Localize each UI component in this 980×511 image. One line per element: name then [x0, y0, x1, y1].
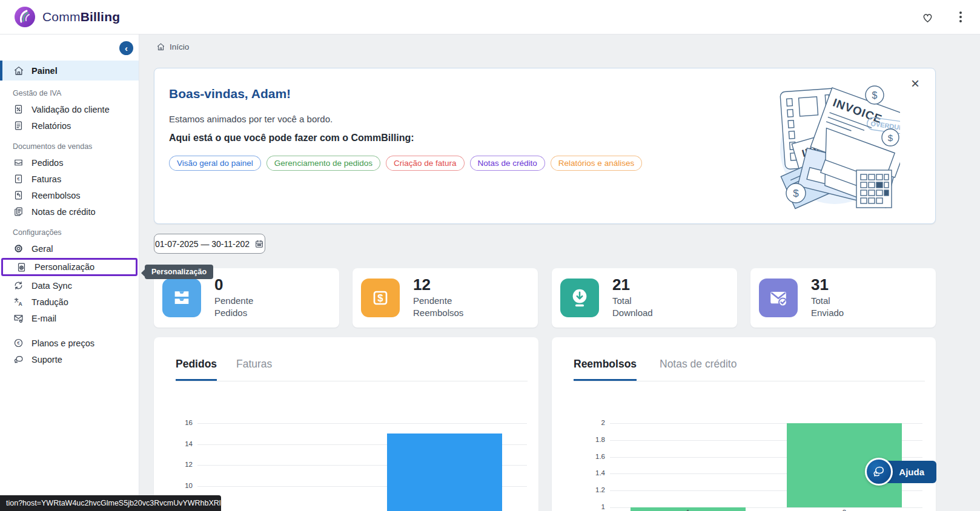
sidebar-item-reembolsos[interactable]: Reembolsos	[0, 187, 139, 203]
sidebar: ‹ Painel Gestão de IVA Validação do clie…	[0, 35, 139, 511]
tag-gerenciamento-pedidos[interactable]: Gerenciamento de pedidos	[267, 156, 380, 171]
tab-pedidos[interactable]: Pedidos	[176, 358, 217, 381]
dollar-icon: $	[361, 279, 400, 317]
sidebar-item-label: Tradução	[31, 297, 68, 307]
y-axis-tick: 1.4	[576, 469, 605, 476]
svg-text:$: $	[888, 133, 893, 143]
tag-visao-geral[interactable]: Visão geral do painel	[169, 156, 261, 171]
stat-label: PendentePedidos	[214, 295, 253, 320]
welcome-intro: Aqui está o que você pode fazer com o Co…	[169, 133, 414, 143]
y-axis-tick: 2	[576, 419, 605, 426]
date-range-picker[interactable]: 01-07-2025 — 30-11-202	[154, 234, 265, 254]
brand-logo-icon	[13, 5, 36, 28]
favorites-button[interactable]	[919, 9, 936, 25]
sync-icon	[13, 280, 24, 291]
sidebar-item-personalizacao[interactable]: Personalização	[3, 260, 136, 274]
y-axis-tick: 16	[164, 419, 193, 426]
stat-label: PendenteReembolsos	[413, 295, 463, 320]
archive-icon	[162, 279, 201, 317]
sidebar-item-label: Planos e preços	[31, 338, 94, 348]
sidebar-item-data-sync[interactable]: Data Sync	[0, 277, 139, 294]
feature-tags: Visão geral do painel Gerenciamento de p…	[169, 156, 642, 171]
sidebar-item-label: Suporte	[31, 355, 62, 364]
welcome-card: Boas-vindas, Adam! Estamos animados por …	[154, 68, 936, 224]
sidebar-section-documentos: Documentos de vendas	[0, 142, 139, 151]
sidebar-item-relatorios[interactable]: Relatórios	[0, 117, 139, 134]
y-axis-tick: 1.6	[576, 453, 605, 460]
stat-card-total-download: 21 TotalDownload	[552, 268, 737, 328]
sidebar-item-suporte[interactable]: Suporte	[0, 351, 139, 368]
kebab-icon	[959, 12, 962, 14]
tab-reembolsos[interactable]: Reembolsos	[574, 358, 637, 381]
heart-icon	[921, 12, 934, 23]
status-bar-url: tion?host=YWRtaW4uc2hvcGlmeS5jb20vc3Rvcm…	[0, 495, 221, 511]
sidebar-item-label: Pedidos	[31, 158, 63, 168]
calendar-icon	[254, 239, 264, 249]
x-axis-label: 1	[676, 509, 700, 511]
sidebar-item-geral[interactable]: Geral	[0, 240, 139, 257]
mail-check-icon	[759, 279, 798, 317]
sidebar-item-validacao-cliente[interactable]: Validação do cliente	[0, 101, 139, 117]
chevron-left-icon: ‹	[125, 43, 128, 53]
sidebar-item-traducao[interactable]: A Tradução	[0, 294, 139, 310]
sidebar-item-label: Notas de crédito	[31, 207, 96, 217]
sidebar-collapse-button[interactable]: ‹	[119, 41, 133, 55]
tab-notas-credito[interactable]: Notas de crédito	[660, 358, 737, 379]
refund-icon	[13, 190, 24, 201]
help-button[interactable]: Ajuda	[865, 458, 936, 486]
svg-text:€: €	[17, 340, 20, 346]
svg-text:$: $	[872, 90, 878, 101]
close-icon[interactable]: ×	[907, 76, 923, 91]
receipt-percent-icon	[13, 104, 24, 115]
stat-card-pendente-reembolsos: $ 12 PendenteReembolsos	[353, 268, 538, 328]
brand-logo[interactable]: CommBilling	[13, 5, 120, 28]
sidebar-item-label: E-mail	[31, 314, 56, 323]
sidebar-item-email[interactable]: E-mail	[0, 310, 139, 326]
x-axis-label: 2	[832, 509, 856, 511]
download-icon	[560, 279, 599, 317]
sidebar-section-configuracoes: Configurações	[0, 228, 139, 237]
chat-bubbles-icon	[865, 458, 893, 486]
stat-label: TotalEnviado	[811, 295, 844, 320]
chart-tabs: Reembolsos Notas de crédito	[574, 358, 925, 381]
sidebar-item-painel[interactable]: Painel	[0, 61, 139, 81]
sidebar-item-faturas[interactable]: € Faturas	[0, 171, 139, 187]
sidebar-item-label: Validação do cliente	[31, 105, 110, 114]
date-range-value: 01-07-2025 — 30-11-202	[155, 239, 250, 249]
sidebar-item-pedidos[interactable]: Pedidos	[0, 154, 139, 171]
bar	[387, 434, 502, 511]
home-icon	[13, 65, 24, 76]
sidebar-item-label: Data Sync	[31, 281, 72, 291]
tab-faturas[interactable]: Faturas	[236, 358, 272, 379]
tag-relatorios-analises[interactable]: Relatórios e análises	[551, 156, 642, 171]
stat-value: 0	[214, 277, 253, 293]
mail-gear-icon	[13, 312, 24, 324]
sidebar-section-gestao-iva: Gestão de IVA	[0, 89, 139, 97]
app-window: CommBilling ‹ Painel Gestão de IVA	[0, 0, 980, 511]
inbox-icon	[13, 157, 24, 168]
svg-text:A: A	[19, 301, 22, 307]
welcome-title: Boas-vindas, Adam!	[169, 87, 291, 101]
chart-tabs: Pedidos Faturas	[176, 358, 528, 381]
tooltip-arrow	[141, 269, 145, 277]
gear-icon	[13, 243, 24, 254]
svg-text:€: €	[17, 176, 20, 182]
document-icon	[13, 120, 24, 131]
tag-notas-credito[interactable]: Notas de crédito	[470, 156, 545, 171]
sidebar-item-label: Faturas	[31, 174, 61, 184]
sidebar-item-label: Geral	[31, 244, 53, 254]
breadcrumb[interactable]: Início	[156, 42, 189, 51]
y-axis-tick: 1	[576, 503, 605, 510]
invoice-illustration: INVOIC INVOICE O	[772, 79, 900, 211]
welcome-subtitle: Estamos animados por ter você a bordo.	[169, 114, 333, 124]
gridline	[197, 423, 527, 424]
svg-text:$: $	[377, 292, 383, 304]
tag-criacao-fatura[interactable]: Criação de fatura	[386, 156, 465, 171]
stat-value: 12	[413, 277, 463, 293]
sidebar-item-planos[interactable]: € Planos e preços	[0, 335, 139, 351]
home-icon	[156, 42, 165, 51]
sidebar-item-label: Reembolsos	[31, 191, 81, 200]
more-menu-button[interactable]	[955, 9, 967, 25]
invoice-euro-icon: €	[13, 173, 24, 185]
sidebar-item-notas-credito[interactable]: Notas de crédito	[0, 203, 139, 220]
